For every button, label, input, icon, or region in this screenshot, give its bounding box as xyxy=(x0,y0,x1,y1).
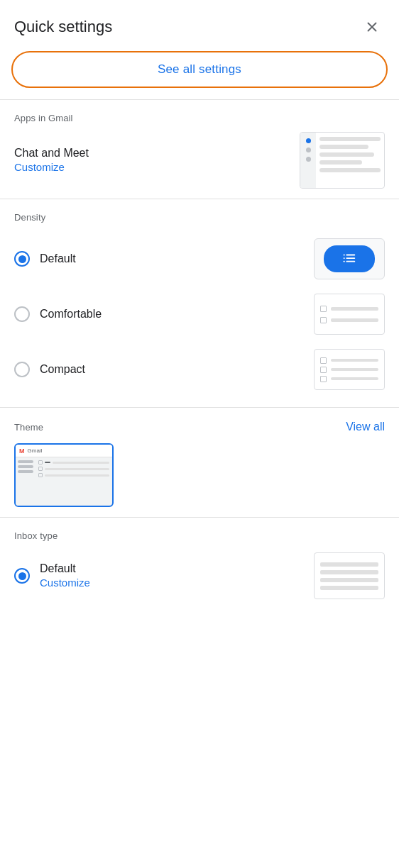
gmail-m-icon: M xyxy=(19,447,25,455)
comfortable-row-1 xyxy=(320,306,378,312)
density-section: Density Default xyxy=(0,199,399,407)
density-compact-label: Compact xyxy=(40,363,85,376)
panel-header: Quick settings xyxy=(0,0,399,48)
inbox-type-section: Inbox type Default Customize xyxy=(0,518,399,612)
density-compact-left: Compact xyxy=(14,362,85,377)
inbox-customize-link[interactable]: Customize xyxy=(40,577,90,589)
theme-content-sq-2 xyxy=(38,467,43,471)
density-default-preview xyxy=(314,238,385,279)
inbox-default-left: Default Customize xyxy=(14,562,90,589)
compact-row-2 xyxy=(320,367,378,373)
inbox-default-row: Default Customize xyxy=(14,550,385,602)
quick-settings-panel: Quick settings See all settings Apps in … xyxy=(0,0,399,612)
density-default-radio-inner xyxy=(18,255,26,263)
chat-preview-sidebar xyxy=(300,133,316,188)
chat-meet-text: Chat and Meet Customize xyxy=(14,147,89,174)
apps-in-gmail-section: Apps in Gmail Chat and Meet Customize xyxy=(0,100,399,199)
compact-checkbox-2 xyxy=(320,367,327,373)
comfortable-row-2 xyxy=(320,317,378,323)
theme-content-row-2 xyxy=(38,467,109,471)
density-comfortable-preview xyxy=(314,294,385,335)
chat-line-2 xyxy=(319,145,368,149)
comfortable-checkbox-2 xyxy=(320,317,327,323)
see-all-settings-wrap: See all settings xyxy=(0,48,399,99)
theme-content-sq-1 xyxy=(38,460,43,464)
chat-dot-gray-2 xyxy=(306,157,311,162)
theme-body xyxy=(16,457,112,506)
panel-title: Quick settings xyxy=(14,18,112,36)
density-default-left: Default xyxy=(14,251,76,267)
theme-line-1 xyxy=(53,462,109,464)
density-compact-preview xyxy=(314,349,385,390)
density-comfortable-radio[interactable] xyxy=(14,306,30,322)
density-comfortable-label: Comfortable xyxy=(40,308,102,321)
chat-meet-title: Chat and Meet xyxy=(14,147,89,160)
compact-checkbox-1 xyxy=(320,357,327,364)
inbox-type-label: Inbox type xyxy=(14,530,385,541)
svg-rect-7 xyxy=(346,261,355,262)
theme-sidebar-line-1 xyxy=(18,460,33,463)
density-compact-option: Compact xyxy=(14,342,385,397)
inbox-default-text: Default Customize xyxy=(40,562,90,589)
theme-pen-icon xyxy=(45,462,50,463)
theme-thumbnail[interactable]: M Gmail xyxy=(14,443,114,507)
apps-in-gmail-label: Apps in Gmail xyxy=(14,113,385,123)
compact-row-3 xyxy=(320,376,378,382)
density-label: Density xyxy=(14,212,385,223)
compact-line-1 xyxy=(331,359,378,362)
theme-thumb-inner: M Gmail xyxy=(16,445,112,506)
comfortable-line-1 xyxy=(331,307,378,311)
gmail-label: Gmail xyxy=(28,447,43,454)
density-comfortable-option: Comfortable xyxy=(14,286,385,342)
density-default-radio[interactable] xyxy=(14,251,30,267)
inbox-default-preview xyxy=(314,552,385,599)
comfortable-line-2 xyxy=(331,318,378,322)
comfortable-checkbox-1 xyxy=(320,306,327,312)
theme-content-row-1 xyxy=(38,460,109,464)
chat-line-4 xyxy=(319,160,362,165)
theme-content-sq-3 xyxy=(38,473,43,477)
inbox-default-title: Default xyxy=(40,562,90,575)
list-icon xyxy=(341,251,357,267)
density-default-option: Default xyxy=(14,231,385,286)
see-all-settings-button[interactable]: See all settings xyxy=(11,51,388,88)
theme-sidebar-line-3 xyxy=(18,470,33,473)
chat-dot-blue xyxy=(306,138,311,143)
inbox-default-radio[interactable] xyxy=(14,568,30,584)
chat-meet-row: Chat and Meet Customize xyxy=(14,132,385,189)
inbox-default-radio-inner xyxy=(18,572,26,580)
theme-line-2 xyxy=(45,468,109,470)
theme-line-3 xyxy=(45,474,109,477)
inbox-line-4 xyxy=(320,586,378,590)
svg-rect-4 xyxy=(344,257,345,259)
theme-section: Theme View all M Gmail xyxy=(0,408,399,517)
density-compact-radio[interactable] xyxy=(14,362,30,377)
chat-meet-customize-link[interactable]: Customize xyxy=(14,161,65,173)
close-button[interactable] xyxy=(359,14,385,40)
chat-preview-main xyxy=(316,133,384,188)
theme-view-all-link[interactable]: View all xyxy=(346,421,385,433)
theme-content-row-3 xyxy=(38,473,109,477)
inbox-line-1 xyxy=(320,562,378,567)
compact-row-1 xyxy=(320,357,378,364)
compact-line-3 xyxy=(331,377,378,380)
svg-rect-5 xyxy=(346,257,355,259)
inbox-line-2 xyxy=(320,570,378,574)
inbox-line-3 xyxy=(320,578,378,582)
theme-top-bar: M Gmail xyxy=(16,445,112,457)
chat-meet-preview xyxy=(300,132,385,189)
chat-line-5 xyxy=(319,168,381,172)
theme-header: Theme View all xyxy=(14,421,385,433)
theme-sidebar-line-2 xyxy=(18,465,33,468)
theme-content xyxy=(35,457,112,506)
density-default-label: Default xyxy=(40,252,76,265)
density-default-preview-inner xyxy=(324,245,375,272)
svg-rect-3 xyxy=(346,255,355,256)
theme-label: Theme xyxy=(14,422,43,433)
svg-rect-2 xyxy=(344,255,345,256)
compact-checkbox-3 xyxy=(320,376,327,382)
density-comfortable-left: Comfortable xyxy=(14,306,102,322)
chat-line-1 xyxy=(319,137,381,141)
chat-dot-gray-1 xyxy=(306,148,311,152)
chat-line-3 xyxy=(319,152,374,157)
